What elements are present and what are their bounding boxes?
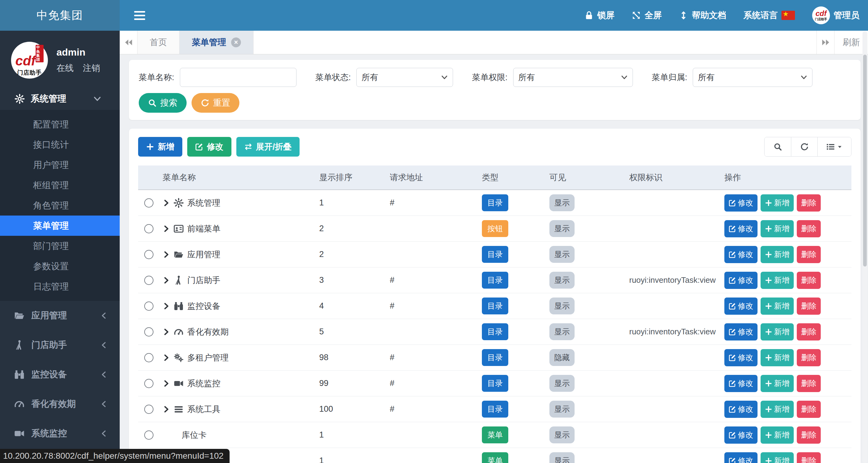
row-add-button[interactable]: 新增 [761, 375, 794, 392]
page-scrollbar[interactable] [863, 31, 867, 463]
row-radio[interactable] [144, 405, 153, 414]
tabs-scroll-left-button[interactable] [120, 31, 137, 54]
chevron-right-icon[interactable] [163, 328, 170, 336]
row-delete-button[interactable]: 删除 [797, 298, 821, 315]
sidebar-subitem-6[interactable]: 部门管理 [0, 236, 120, 256]
sidebar-item-system-management[interactable]: 系统管理 [0, 88, 120, 110]
sidebar-subitem-5[interactable]: 菜单管理 [0, 216, 120, 236]
chevron-right-icon[interactable] [163, 225, 170, 233]
chevron-right-icon[interactable] [163, 302, 170, 310]
edit-button[interactable]: 修改 [187, 137, 231, 157]
type-badge: 目录 [482, 246, 508, 263]
row-edit-button[interactable]: 修改 [724, 220, 757, 237]
expand-collapse-button[interactable]: 展开/折叠 [236, 137, 300, 157]
row-radio[interactable] [144, 430, 153, 440]
row-delete-button[interactable]: 删除 [797, 452, 821, 463]
row-edit-button[interactable]: 修改 [724, 349, 757, 366]
row-add-button[interactable]: 新增 [761, 349, 794, 366]
row-edit-button[interactable]: 修改 [724, 427, 757, 444]
row-add-button[interactable]: 新增 [761, 194, 794, 212]
sidebar-section-0[interactable]: 应用管理 [0, 301, 120, 330]
row-delete-button[interactable]: 删除 [797, 246, 821, 263]
row-delete-button[interactable]: 删除 [797, 375, 821, 392]
row-radio[interactable] [144, 198, 153, 208]
row-edit-button[interactable]: 修改 [724, 272, 757, 289]
sidebar-section-2[interactable]: 监控设备 [0, 360, 120, 389]
permission: ruoyi:inventoryTask:view [626, 327, 721, 337]
search-button[interactable]: 搜索 [139, 93, 187, 113]
row-edit-button[interactable]: 修改 [724, 323, 757, 340]
sidebar-subitem-0[interactable]: 配置管理 [0, 114, 120, 134]
row-edit-button[interactable]: 修改 [724, 194, 757, 212]
sidebar-section-4[interactable]: 系统监控 [0, 419, 120, 448]
tab-close-icon[interactable]: × [231, 37, 241, 47]
row-add-button[interactable]: 新增 [761, 246, 794, 263]
fullscreen-button[interactable]: 全屏 [632, 9, 662, 21]
row-add-button[interactable]: 新增 [761, 272, 794, 289]
menu-name-input[interactable] [180, 68, 297, 87]
chevron-right-icon[interactable] [163, 277, 170, 284]
reset-button[interactable]: 重置 [191, 93, 239, 113]
row-add-button[interactable]: 新增 [761, 452, 794, 463]
chevron-right-icon[interactable] [163, 199, 170, 207]
sidebar-toggle-button[interactable] [129, 5, 150, 26]
language-selector[interactable]: 系统语言 ★ [743, 9, 795, 21]
top-navbar: 中免集团 锁屏 全屏 帮助文档 系统语言 ★ cdf [0, 0, 868, 31]
row-add-button[interactable]: 新增 [761, 323, 794, 340]
menu-name: 系统工具 [187, 404, 220, 415]
table-columns-button[interactable] [817, 137, 851, 156]
table-search-toggle-button[interactable] [765, 137, 791, 156]
row-radio[interactable] [144, 379, 153, 388]
chevron-right-icon[interactable] [163, 354, 170, 361]
sidebar-subitem-7[interactable]: 参数设置 [0, 256, 120, 276]
row-radio[interactable] [144, 302, 153, 311]
menu-status-select[interactable]: 所有 [356, 68, 453, 87]
row-radio[interactable] [144, 353, 153, 362]
plus-icon [765, 457, 772, 463]
row-delete-button[interactable]: 删除 [797, 194, 821, 212]
help-docs-button[interactable]: 帮助文档 [679, 9, 726, 21]
sidebar-subitem-2[interactable]: 用户管理 [0, 155, 120, 175]
sidebar-subitem-4[interactable]: 角色管理 [0, 195, 120, 216]
sidebar-section-3[interactable]: 香化有效期 [0, 389, 120, 419]
table-refresh-button[interactable] [791, 137, 817, 156]
user-menu[interactable]: cdf 门店助手 管理员 [812, 6, 859, 24]
tab-home[interactable]: 首页 [137, 31, 180, 54]
menu-perm-select[interactable]: 所有 [513, 68, 633, 87]
row-radio[interactable] [144, 276, 153, 285]
row-delete-button[interactable]: 删除 [797, 427, 821, 444]
lock-screen-button[interactable]: 锁屏 [584, 9, 615, 21]
row-delete-button[interactable]: 删除 [797, 401, 821, 418]
type-badge: 目录 [482, 349, 508, 366]
chevron-right-icon[interactable] [163, 380, 170, 387]
row-edit-button[interactable]: 修改 [724, 452, 757, 463]
row-delete-button[interactable]: 删除 [797, 272, 821, 289]
row-add-button[interactable]: 新增 [761, 427, 794, 444]
chevron-right-icon[interactable] [163, 251, 170, 258]
row-delete-button[interactable]: 删除 [797, 349, 821, 366]
row-add-button[interactable]: 新增 [761, 298, 794, 315]
chevron-right-icon[interactable] [163, 406, 170, 413]
row-edit-button[interactable]: 修改 [724, 401, 757, 418]
row-radio[interactable] [144, 224, 153, 233]
row-radio[interactable] [144, 327, 153, 337]
row-delete-button[interactable]: 删除 [797, 220, 821, 237]
video-icon [14, 428, 25, 439]
scrollbar-thumb[interactable] [863, 55, 867, 267]
add-button[interactable]: 新增 [138, 137, 182, 157]
sidebar-subitem-3[interactable]: 柜组管理 [0, 175, 120, 195]
row-add-button[interactable]: 新增 [761, 401, 794, 418]
tabs-scroll-right-button[interactable] [816, 31, 834, 54]
row-edit-button[interactable]: 修改 [724, 246, 757, 263]
row-edit-button[interactable]: 修改 [724, 375, 757, 392]
sidebar-subitem-1[interactable]: 接口统计 [0, 134, 120, 155]
row-radio[interactable] [144, 250, 153, 259]
sidebar-section-1[interactable]: 门店助手 [0, 330, 120, 360]
sidebar-subitem-8[interactable]: 日志管理 [0, 276, 120, 297]
tab-menu-management[interactable]: 菜单管理 × [180, 31, 253, 54]
logout-link[interactable]: 注销 [83, 62, 100, 74]
row-add-button[interactable]: 新增 [761, 220, 794, 237]
row-edit-button[interactable]: 修改 [724, 298, 757, 315]
menu-owner-select[interactable]: 所有 [693, 68, 812, 87]
row-delete-button[interactable]: 删除 [797, 323, 821, 340]
